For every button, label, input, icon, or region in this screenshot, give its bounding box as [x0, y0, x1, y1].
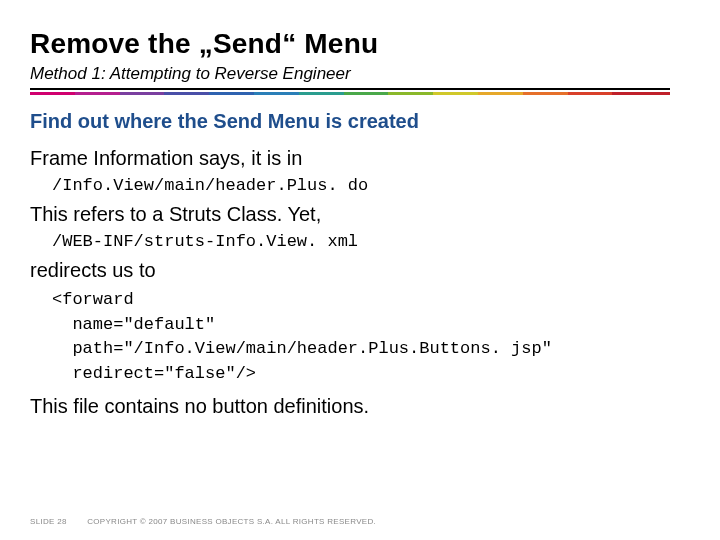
slide-title: Remove the „Send“ Menu — [30, 28, 378, 60]
slide-footer: SLIDE 28 COPYRIGHT © 2007 BUSINESS OBJEC… — [30, 517, 376, 526]
body-text: Frame Information says, it is in — [30, 147, 690, 170]
body-text: This file contains no button definitions… — [30, 395, 690, 418]
slide-subtitle: Method 1: Attempting to Reverse Engineer — [30, 64, 351, 84]
copyright-text: COPYRIGHT © 2007 BUSINESS OBJECTS S.A. A… — [87, 517, 376, 526]
title-underline — [30, 88, 670, 90]
code-block-forward: <forward name="default" path="/Info.View… — [52, 288, 690, 387]
slide-number: SLIDE 28 — [30, 517, 67, 526]
slide-content: Find out where the Send Menu is created … — [30, 110, 690, 424]
code-path-1: /Info.View/main/header.Plus. do — [52, 176, 690, 195]
body-text: This refers to a Struts Class. Yet, — [30, 203, 690, 226]
slide: Remove the „Send“ Menu Method 1: Attempt… — [0, 0, 720, 540]
body-text: redirects us to — [30, 259, 690, 282]
code-path-2: /WEB-INF/struts-Info.View. xml — [52, 232, 690, 251]
section-heading: Find out where the Send Menu is created — [30, 110, 690, 133]
rainbow-divider — [30, 92, 670, 95]
